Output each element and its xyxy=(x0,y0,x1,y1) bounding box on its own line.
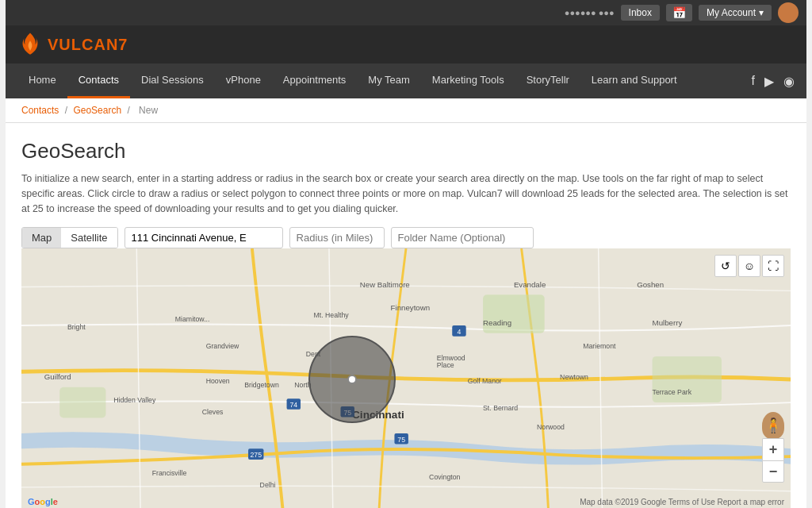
map-controls: Map Satellite xyxy=(21,227,791,248)
map-top-tools: ↺ ☺ ⛶ xyxy=(714,255,784,277)
satellite-btn[interactable]: Satellite xyxy=(61,228,117,248)
account-label: My Account xyxy=(707,7,756,18)
zoom-out-btn[interactable]: − xyxy=(762,460,784,483)
map-svg: Cincinnati Finneytown Reading Guilford F… xyxy=(21,248,791,508)
main-content: GeoSearch To initialize a new search, en… xyxy=(6,123,806,508)
svg-text:St. Bernard: St. Bernard xyxy=(483,404,518,412)
map-zoom-controls: + − xyxy=(762,438,784,483)
streetview-btn[interactable]: ☺ xyxy=(738,255,760,277)
nav-links: Home Contacts Dial Sessions vPhone Appoi… xyxy=(17,64,688,98)
pegman[interactable]: 🧍 xyxy=(762,412,784,439)
breadcrumb-sep-1: / xyxy=(65,105,71,116)
svg-text:Evandale: Evandale xyxy=(514,280,546,289)
svg-text:Guilford: Guilford xyxy=(44,372,71,381)
calendar-button[interactable]: 📅 xyxy=(666,4,692,21)
username-text: ●●●●●● ●●● xyxy=(565,8,615,17)
svg-text:Elmwood: Elmwood xyxy=(437,354,465,362)
fullscreen-btn[interactable]: ⛶ xyxy=(762,255,784,277)
account-dropdown-icon: ▾ xyxy=(759,7,764,18)
svg-text:Bridgetown: Bridgetown xyxy=(244,381,279,389)
svg-text:Place: Place xyxy=(437,362,454,370)
svg-text:Hidden Valley: Hidden Valley xyxy=(113,396,156,404)
account-button[interactable]: My Account ▾ xyxy=(699,5,772,21)
google-logo: Google xyxy=(28,497,58,506)
facebook-icon[interactable]: f xyxy=(752,74,755,88)
svg-rect-1 xyxy=(483,294,545,333)
nav-social: f ▶ ◉ xyxy=(752,74,795,89)
breadcrumb-contacts[interactable]: Contacts xyxy=(21,105,59,116)
avatar xyxy=(778,2,799,23)
map-btn[interactable]: Map xyxy=(22,228,61,248)
nav-marketing-tools[interactable]: Marketing Tools xyxy=(421,64,515,98)
logo-text: VULCAN7 xyxy=(48,36,128,54)
nav-storytellr[interactable]: StoryTellr xyxy=(515,64,580,98)
flame-icon xyxy=(17,32,43,57)
svg-text:Mulberry: Mulberry xyxy=(653,318,683,327)
svg-text:Grandview: Grandview xyxy=(206,342,239,350)
nav-vphone[interactable]: vPhone xyxy=(215,64,272,98)
svg-text:Francisville: Francisville xyxy=(152,470,187,478)
breadcrumb: Contacts / GeoSearch / New xyxy=(6,98,806,123)
svg-text:Mariemont: Mariemont xyxy=(583,342,616,350)
circle-center xyxy=(347,375,357,384)
map-type-buttons: Map Satellite xyxy=(21,227,118,248)
svg-text:74: 74 xyxy=(289,401,297,409)
user-info: ●●●●●● ●●● xyxy=(565,8,615,17)
svg-text:Reading: Reading xyxy=(483,318,511,327)
folder-input[interactable] xyxy=(391,227,534,248)
svg-text:Terrace Park: Terrace Park xyxy=(653,389,692,397)
logo-bar: VULCAN7 xyxy=(6,25,806,64)
svg-text:New Baltimore: New Baltimore xyxy=(360,280,410,289)
svg-text:Mt. Healthy: Mt. Healthy xyxy=(314,312,350,320)
nav-contacts[interactable]: Contacts xyxy=(67,64,130,98)
svg-text:75: 75 xyxy=(397,436,405,444)
nav-learn-support[interactable]: Learn and Support xyxy=(580,64,688,98)
svg-rect-2 xyxy=(59,387,105,418)
svg-text:Miamitow...: Miamitow... xyxy=(175,315,210,323)
nav-bar: Home Contacts Dial Sessions vPhone Appoi… xyxy=(6,64,806,98)
svg-text:Bright: Bright xyxy=(67,323,86,331)
page-title: GeoSearch xyxy=(21,139,791,164)
youtube-icon[interactable]: ▶ xyxy=(764,74,774,89)
svg-text:Covington: Covington xyxy=(429,473,460,481)
search-radius-circle[interactable] xyxy=(308,336,396,423)
svg-text:Hooven: Hooven xyxy=(206,377,230,385)
page-description: To initialize a new search, enter in a s… xyxy=(21,171,791,216)
rss-icon[interactable]: ◉ xyxy=(783,74,795,89)
nav-appointments[interactable]: Appointments xyxy=(272,64,358,98)
svg-text:Goshen: Goshen xyxy=(637,280,664,289)
map-container: Cincinnati Finneytown Reading Guilford F… xyxy=(21,248,791,508)
breadcrumb-sep-2: / xyxy=(127,105,132,116)
svg-text:Finneytown: Finneytown xyxy=(391,303,431,312)
inbox-button[interactable]: Inbox xyxy=(621,5,660,21)
utility-bar: ●●●●●● ●●● Inbox 📅 My Account ▾ xyxy=(6,0,806,25)
nav-dial-sessions[interactable]: Dial Sessions xyxy=(130,64,215,98)
logo[interactable]: VULCAN7 xyxy=(17,32,128,57)
svg-text:Golf Manor: Golf Manor xyxy=(468,377,502,385)
zoom-in-btn[interactable]: + xyxy=(762,438,784,460)
svg-text:Newtown: Newtown xyxy=(560,373,588,381)
radius-input[interactable] xyxy=(289,227,385,248)
refresh-map-btn[interactable]: ↺ xyxy=(714,255,737,277)
map-attribution: Map data ©2019 Google Terms of Use Repor… xyxy=(580,498,784,506)
svg-text:Norwood: Norwood xyxy=(537,423,565,431)
address-input[interactable] xyxy=(124,227,283,248)
svg-text:275: 275 xyxy=(250,451,262,459)
nav-my-team[interactable]: My Team xyxy=(357,64,421,98)
svg-text:4: 4 xyxy=(458,328,462,336)
pegman-icon: 🧍 xyxy=(764,417,782,434)
breadcrumb-new: New xyxy=(139,105,158,116)
nav-home[interactable]: Home xyxy=(17,64,67,98)
breadcrumb-geosearch[interactable]: GeoSearch xyxy=(73,105,121,116)
svg-text:Cleves: Cleves xyxy=(202,408,224,416)
svg-text:Delhi: Delhi xyxy=(260,481,276,489)
